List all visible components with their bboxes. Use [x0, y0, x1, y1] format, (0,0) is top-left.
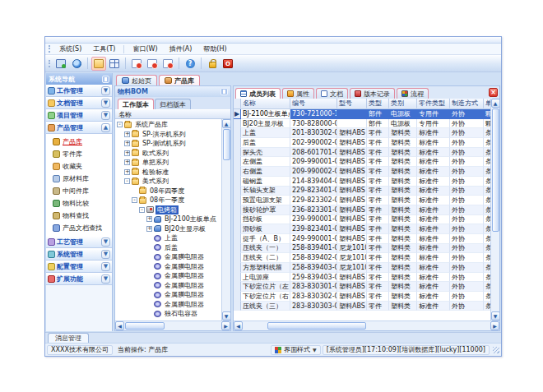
message-tab[interactable]: 消息管理	[48, 333, 89, 343]
tree-expander-icon[interactable]: -	[132, 197, 137, 203]
tree-item[interactable]: 金属膜电阻器	[115, 300, 221, 310]
toolbar-button[interactable]	[129, 57, 144, 71]
table-row[interactable]: 上盖 201-830302-00X 塑料ABS 零件 塑料类 标准件 外协 条	[234, 128, 490, 138]
version-tab[interactable]: 归档版本	[155, 99, 191, 109]
column-header-code[interactable]: 编号	[290, 99, 337, 108]
tree-item[interactable]: 金属膜电阻器	[115, 271, 221, 281]
toolbar-button[interactable]	[91, 57, 106, 71]
table-row[interactable]: 左侧盖 209-990001-01X 塑料ABS 零件 塑料类 标准件 外协 条	[234, 157, 490, 167]
chevron-down-icon[interactable]: ▼	[101, 99, 110, 108]
tree-vertical-scrollbar[interactable]: ▲ ▼	[221, 119, 230, 321]
toolbar-button[interactable]	[160, 57, 175, 71]
tree-item[interactable]: - 电烤箱	[115, 205, 221, 215]
table-row[interactable]: 磁钢盖 214-839404-01X 塑料ABS 零件 塑料类 标准件 外协 条	[234, 177, 490, 187]
version-tab[interactable]: 工作版本	[118, 99, 154, 109]
sidebar-item[interactable]: 收藏夹	[46, 160, 112, 173]
sidebar-item[interactable]: 中间件库	[46, 185, 112, 197]
grid-horizontal-scrollbar[interactable]: ◀ ▶	[234, 321, 499, 330]
table-row[interactable]: ▶ BJ-2100主板单点 730-721000-12X 部件 电源板 专用件 …	[234, 109, 490, 119]
tree-item[interactable]: - 08年一季度	[115, 196, 221, 205]
scroll-right-icon[interactable]: ▶	[490, 321, 499, 330]
table-row[interactable]: 压线夹（三） 283-830303-00X 塑料ABS 零件 塑料类 标准件 外…	[234, 302, 490, 311]
toolbar-button[interactable]	[107, 57, 122, 71]
scrollbar-thumb[interactable]	[492, 108, 499, 232]
title-bar[interactable]	[45, 37, 501, 44]
tree-item[interactable]: 独石电容器	[115, 309, 221, 319]
column-header-make[interactable]: 制造方式	[450, 99, 484, 108]
scroll-left-icon[interactable]: ◀	[234, 321, 243, 330]
tree-item[interactable]: 金属膜电阻器	[115, 281, 221, 291]
table-row[interactable]: 提手（A、B） 249-990001-01X 塑料ABS 零件 塑料类 标准件 …	[234, 234, 490, 244]
scroll-down-icon[interactable]: ▼	[222, 311, 231, 321]
table-row[interactable]: 挡砂板 239-990001-01X 塑料ABS 零件 塑料类 标准件 外协 条	[234, 215, 490, 225]
scroll-down-icon[interactable]: ▼	[491, 311, 500, 321]
sidebar-section-header[interactable]: 工艺管理 ▼	[46, 236, 112, 248]
table-row[interactable]: BJ20主显示板 730-828000-04X 部件 电源板 专用件 外协 颗	[234, 119, 490, 129]
tree-expander-icon[interactable]: -	[117, 122, 123, 127]
tree-expander-icon[interactable]: +	[146, 216, 152, 222]
sidebar-section-header[interactable]: 配置管理 ▼	[46, 261, 112, 273]
sidebar-item[interactable]: 物料查找	[46, 210, 112, 222]
member-tab[interactable]: 属性	[282, 88, 314, 99]
tree-item[interactable]: 金属膜电阻器	[115, 290, 221, 300]
column-header-type[interactable]: 类型	[367, 99, 389, 108]
table-row[interactable]: 方形塑料线箍 258-839403-00X 尼龙1010 零件 塑料类 标准件 …	[234, 263, 490, 273]
tree-item[interactable]: 金属膜电阻器	[115, 262, 221, 272]
column-header-parttype[interactable]: 零件类型	[417, 99, 450, 108]
tree-item[interactable]: 上盖	[115, 233, 221, 243]
table-row[interactable]: 压线夹（二） 258-839402-00X 尼龙1010 零件 塑料类 标准件 …	[234, 253, 490, 263]
tree-item[interactable]: + 单把系列	[115, 158, 221, 168]
sidebar-section-header[interactable]: 产品管理 ▲	[46, 122, 112, 134]
scroll-up-icon[interactable]: ▲	[491, 99, 500, 108]
table-row[interactable]: 长轴头支架 229-823401-00X 塑料ABS 零件 塑料类 标准件 外协…	[234, 187, 490, 196]
tree-item[interactable]: - 系统产品库	[115, 120, 221, 130]
menu-help[interactable]: 帮助(H)	[198, 44, 231, 54]
table-row[interactable]: 下砂定位片（左） 283-830301-00X 塑料ABS 零件 塑料类 标准件…	[234, 282, 490, 292]
document-tab[interactable]: 产品库	[159, 75, 200, 85]
table-row[interactable]: 探头壳 208-601701-01X 塑料ABS 零件 塑料类 标准件 外协 条	[234, 148, 490, 158]
member-tab[interactable]: 流程	[397, 88, 429, 99]
tree-expander-icon[interactable]: +	[124, 169, 130, 175]
column-header-unit[interactable]: 单位	[484, 99, 490, 108]
ui-style-button[interactable]: 界面样式 ▼	[271, 345, 321, 355]
chevron-down-icon[interactable]: ▼	[101, 274, 110, 284]
scroll-up-icon[interactable]: ▲	[222, 119, 231, 128]
tree-expander-icon[interactable]: +	[124, 150, 130, 156]
toolbar-button[interactable]	[145, 57, 160, 71]
table-row[interactable]: 后盖 202-990002-01X 塑料ABS 零件 塑料类 标准件 外协 条	[234, 138, 490, 148]
column-header-model[interactable]: 型号	[337, 99, 367, 108]
table-row[interactable]: 预置电源支架 229-823302-00X 塑料ABS 零件 塑料类 标准件 外…	[234, 196, 490, 205]
tree-column-header[interactable]: 名称	[115, 109, 230, 119]
sidebar-section-header[interactable]: 工作管理 ▼	[46, 85, 112, 97]
document-tab[interactable]: 起始页	[116, 75, 157, 85]
column-header-category[interactable]: 类别	[389, 99, 417, 108]
tree-item[interactable]: + BJ-2100主板单点	[115, 214, 221, 224]
scrollbar-thumb[interactable]	[267, 322, 366, 330]
tree-item[interactable]: + 欧式系列	[115, 149, 221, 159]
table-row[interactable]: 压线夹（一） 258-839401-00X 尼龙1010 零件 塑料类 标准件 …	[234, 244, 490, 254]
menubar-grip[interactable]	[49, 45, 51, 53]
sidebar-section-header[interactable]: 文档管理 ▼	[46, 97, 112, 109]
chevron-down-icon[interactable]: ▼	[101, 111, 110, 120]
sidebar-section-header[interactable]: 系统管理 ▼	[46, 248, 112, 261]
table-row[interactable]: 下砂定位片（右） 283-830302-00X 塑料ABS 零件 塑料类 标准件…	[234, 292, 490, 302]
chevron-down-icon[interactable]: ▼	[101, 262, 110, 271]
tree-expander-icon[interactable]: -	[124, 178, 130, 184]
sidebar-section-header[interactable]: 扩展功能 ▼	[46, 273, 112, 285]
tree-item[interactable]: + 检验标准	[115, 168, 221, 178]
toolbar-button[interactable]	[220, 57, 235, 71]
scroll-left-icon[interactable]: ◀	[115, 321, 124, 330]
tree-horizontal-scrollbar[interactable]: ◀ ▶	[115, 321, 230, 330]
table-row[interactable]: 右侧盖 209-990002-01X 塑料ABS 零件 塑料类 标准件 外协 条	[234, 167, 490, 177]
tree-item[interactable]: + BJ20主显示板	[115, 224, 221, 234]
toolbar-grip[interactable]	[49, 60, 51, 67]
menu-system[interactable]: 系统(S)	[54, 44, 86, 54]
sidebar-item[interactable]: 零件库	[46, 148, 112, 160]
menu-window[interactable]: 窗口(W)	[128, 44, 162, 54]
scrollbar-thumb[interactable]	[223, 129, 230, 160]
toolbar-button[interactable]	[53, 57, 68, 71]
member-tab[interactable]: 版本记录	[350, 88, 395, 99]
menu-plugins[interactable]: 插件(A)	[165, 44, 197, 54]
scroll-right-icon[interactable]: ▶	[221, 321, 230, 330]
tree-item[interactable]: + SP-演示机系列	[115, 130, 221, 140]
